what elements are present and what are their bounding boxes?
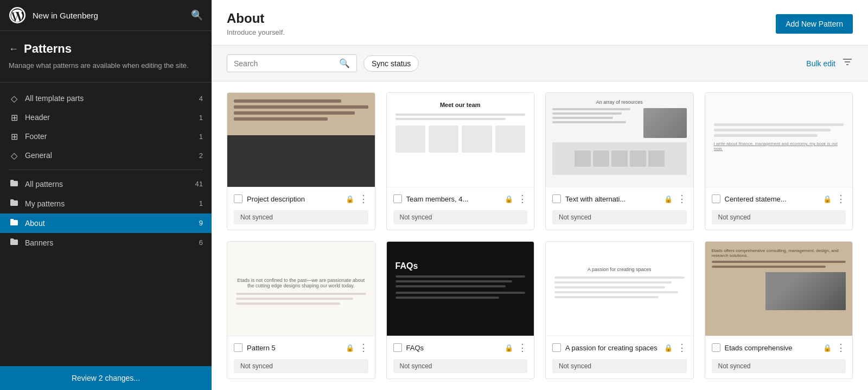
preview-line [234, 117, 328, 121]
preview-top-section [552, 108, 687, 138]
preview-content: Etads offers comprehensive consulting, m… [705, 242, 853, 317]
pattern-preview-1 [227, 93, 375, 187]
pattern-checkbox-8[interactable] [712, 343, 720, 352]
search-icon-top[interactable]: 🔍 [191, 9, 203, 21]
more-options-icon[interactable]: ⋮ [677, 193, 687, 205]
preview-content: Etads is not confined to the past—we are… [227, 242, 375, 316]
lock-icon: 🔒 [823, 195, 832, 203]
preview-line [554, 276, 685, 279]
nav-item-count: 2 [199, 152, 203, 160]
page-subtitle: Introduce yourself. [227, 28, 285, 36]
lock-icon: 🔒 [346, 344, 354, 352]
pattern-checkbox-3[interactable] [552, 194, 561, 203]
preview-line [395, 292, 526, 294]
nav-item-label: General [25, 151, 194, 160]
sync-status-button[interactable]: Sync status [363, 55, 419, 72]
preview-content: An array of resources [546, 93, 693, 181]
pattern-footer: Pattern 5 🔒 ⋮ [227, 336, 375, 359]
preview-image-inner [643, 108, 687, 138]
diamond-icon-general: ◇ [9, 150, 20, 161]
preview-small-text: Etads is not confined to the past—we are… [236, 278, 366, 288]
nav-item-label: My patterns [25, 199, 194, 208]
more-options-icon[interactable]: ⋮ [518, 193, 527, 205]
more-options-icon[interactable]: ⋮ [518, 342, 527, 354]
sidebar-nav: ◇ All template parts 4 ⊞ Header 1 ⊞ Foot… [0, 85, 212, 367]
preview-line [552, 117, 613, 119]
preview-small-text: An array of resources [552, 99, 687, 105]
pattern-footer: Project description 🔒 ⋮ [227, 187, 375, 210]
sidebar-item-banners[interactable]: Banners 6 [0, 233, 212, 253]
lock-icon: 🔒 [505, 195, 513, 203]
preview-line [395, 285, 506, 287]
more-options-icon[interactable]: ⋮ [677, 342, 687, 354]
nav-item-count: 1 [199, 133, 203, 141]
nav-item-label: Banners [25, 238, 194, 247]
sidebar-item-all-template-parts[interactable]: ◇ All template parts 4 [0, 89, 212, 108]
preview-image [765, 272, 846, 310]
sidebar-item-my-patterns[interactable]: My patterns 1 [0, 194, 212, 213]
sidebar: New in Gutenberg 🔍 ← Patterns Manage wha… [0, 0, 212, 390]
preview-text-col [552, 108, 639, 138]
pattern-footer: Etads comprehensive 🔒 ⋮ [705, 336, 853, 359]
pattern-name: A passion for creating spaces [565, 344, 660, 352]
pattern-footer: Centered stateme... 🔒 ⋮ [705, 187, 853, 210]
nav-item-count: 4 [199, 95, 203, 103]
pattern-checkbox-2[interactable] [393, 194, 402, 203]
layout-icon-header: ⊞ [9, 112, 20, 123]
preview-boxes [395, 125, 526, 153]
nav-item-count: 9 [199, 219, 203, 227]
pattern-preview-8: Etads offers comprehensive consulting, m… [705, 242, 853, 336]
pattern-footer: A passion for creating spaces 🔒 ⋮ [546, 336, 693, 359]
pattern-checkbox-1[interactable] [234, 194, 242, 203]
search-box[interactable]: 🔍 [227, 54, 357, 72]
back-button[interactable]: ← [9, 43, 18, 55]
more-options-icon[interactable]: ⋮ [836, 193, 846, 205]
more-options-icon[interactable]: ⋮ [359, 342, 368, 354]
sync-badge-6: Not synced [393, 359, 528, 373]
preview-line [552, 112, 622, 115]
sync-badge-4: Not synced [712, 210, 846, 224]
toolbar-right: Bulk edit [806, 56, 853, 70]
add-new-pattern-button[interactable]: Add New Pattern [776, 14, 853, 34]
pattern-preview-2: Meet our team [387, 93, 534, 187]
preview-title: Meet our team [395, 102, 526, 108]
more-options-icon[interactable]: ⋮ [836, 342, 846, 354]
preview-line [552, 121, 626, 123]
pattern-name: Project description [247, 195, 341, 203]
sidebar-item-about[interactable]: About 9 [0, 213, 212, 233]
pattern-checkbox-5[interactable] [234, 343, 242, 352]
preview-content: Meet our team [387, 93, 534, 161]
pattern-checkbox-6[interactable] [393, 343, 402, 352]
preview-line [234, 111, 355, 115]
pattern-checkbox-7[interactable] [552, 343, 561, 352]
lock-icon: 🔒 [664, 344, 673, 352]
pattern-preview-6: FAQs [387, 242, 534, 336]
preview-line [554, 286, 665, 288]
preview-line [712, 261, 846, 263]
pattern-preview-7: A passion for creating spaces [546, 242, 693, 336]
preview-content: FAQs [387, 242, 534, 310]
sidebar-item-general[interactable]: ◇ General 2 [0, 146, 212, 165]
preview-content: I write about finance, management and ec… [705, 93, 853, 160]
sidebar-item-header[interactable]: ⊞ Header 1 [0, 108, 212, 127]
main-header-left: About Introduce yourself. [227, 11, 285, 36]
pattern-preview-5: Etads is not confined to the past—we are… [227, 242, 375, 336]
wordpress-logo [9, 7, 26, 24]
sidebar-description: Manage what patterns are available when … [0, 60, 212, 80]
bulk-edit-button[interactable]: Bulk edit [806, 59, 835, 68]
review-changes-bar[interactable]: Review 2 changes... [0, 366, 212, 390]
sidebar-item-all-patterns[interactable]: All patterns 41 [0, 174, 212, 194]
preview-line [554, 281, 672, 284]
sidebar-item-footer[interactable]: ⊞ Footer 1 [0, 127, 212, 146]
preview-line [714, 129, 831, 131]
pattern-checkbox-4[interactable] [712, 194, 720, 203]
pattern-footer: Team members, 4... 🔒 ⋮ [387, 187, 534, 210]
preview-bottom-grid [552, 142, 687, 175]
search-input[interactable] [234, 59, 335, 68]
folder-icon-my [9, 198, 20, 209]
pattern-name: Team members, 4... [406, 195, 501, 203]
sidebar-top-bar: New in Gutenberg 🔍 [0, 0, 212, 31]
preview-line [234, 99, 341, 103]
filter-icon-button[interactable] [842, 56, 853, 70]
more-options-icon[interactable]: ⋮ [359, 193, 368, 205]
